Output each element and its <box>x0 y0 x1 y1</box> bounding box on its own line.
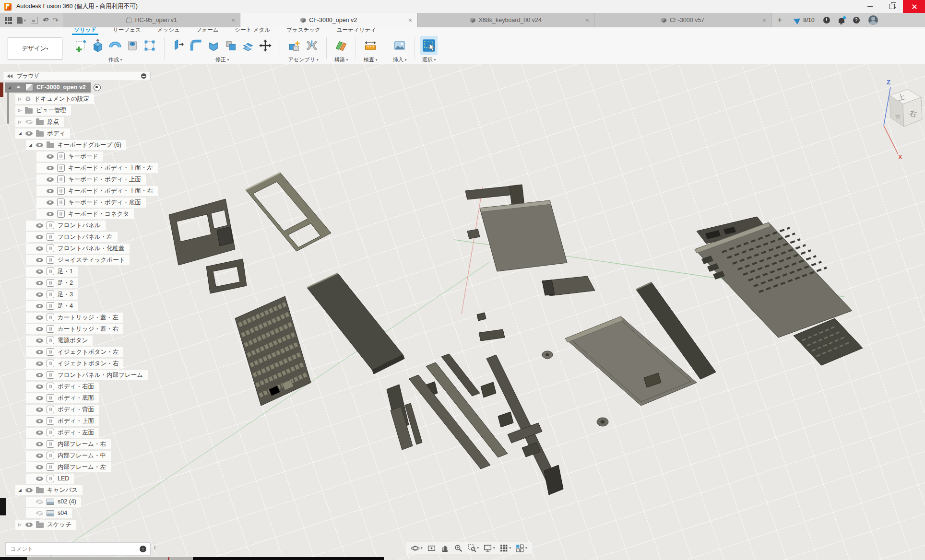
visibility-eye-icon[interactable] <box>36 511 43 515</box>
expand-open-icon[interactable]: ◢ <box>16 131 24 136</box>
hole-button[interactable] <box>124 36 141 55</box>
redo-icon[interactable]: ↷▾ <box>53 16 58 24</box>
inspect-menu[interactable]: 検査▾ <box>364 56 378 63</box>
view-cube[interactable]: Z X 上 右 前 <box>862 73 925 159</box>
visibility-eye-icon[interactable] <box>36 385 43 389</box>
tree-row[interactable]: フロントパネル <box>3 220 151 231</box>
tree-row[interactable]: ボディ・上面 <box>3 415 151 427</box>
revolve-button[interactable] <box>107 36 124 55</box>
new-component-button[interactable] <box>286 36 303 55</box>
ribbon-tab[interactable]: フォーム <box>194 26 221 35</box>
visibility-eye-icon[interactable] <box>47 212 54 216</box>
ribbon-tab[interactable]: ソリッド <box>72 26 98 35</box>
visibility-eye-icon[interactable] <box>36 246 43 251</box>
ribbon-tab[interactable]: メッシュ <box>155 26 182 35</box>
close-tab-icon[interactable]: × <box>231 16 235 24</box>
visibility-eye-icon[interactable] <box>36 454 43 458</box>
visibility-eye-icon[interactable] <box>36 350 43 354</box>
tree-row[interactable]: キーボード <box>3 151 151 162</box>
select-menu[interactable]: 選択▾ <box>422 56 436 63</box>
model-parts[interactable] <box>169 173 863 495</box>
visibility-eye-icon[interactable] <box>36 362 43 366</box>
create-sketch-button[interactable] <box>72 36 89 55</box>
tree-row[interactable]: ◢キーボードグループ (6) <box>3 139 151 151</box>
visibility-eye-icon[interactable] <box>36 396 43 400</box>
tree-row[interactable]: 足・3 <box>3 289 151 300</box>
ribbon-tab[interactable]: ユーティリティ <box>335 26 378 35</box>
tree-row[interactable]: 足・4 <box>3 300 151 312</box>
tree-row[interactable]: ▷⚙ドキュメントの設定 <box>3 93 151 105</box>
close-tab-icon[interactable]: × <box>408 16 412 24</box>
visibility-eye-icon[interactable] <box>36 373 43 377</box>
tree-row[interactable]: ▷原点 <box>3 116 151 128</box>
press-pull-button[interactable] <box>170 36 188 55</box>
visibility-eye-icon[interactable] <box>47 154 54 159</box>
close-button[interactable] <box>903 0 925 13</box>
activate-component-radio[interactable] <box>94 84 101 91</box>
visibility-eye-icon[interactable] <box>36 419 43 423</box>
zoom-button[interactable] <box>454 544 463 553</box>
orbit-button[interactable]: ▾ <box>411 544 423 553</box>
look-at-button[interactable] <box>427 544 436 553</box>
visibility-eye-icon[interactable] <box>36 223 43 228</box>
split-body-button[interactable] <box>239 36 257 55</box>
undo-icon[interactable]: ↶▾ <box>43 16 48 24</box>
restore-button[interactable] <box>881 0 903 13</box>
viewports-button[interactable]: ▾ <box>515 544 527 553</box>
visibility-eye-icon[interactable] <box>15 85 22 90</box>
workspace-selector[interactable]: デザイン ▾ <box>8 37 62 59</box>
visibility-eye-icon[interactable] <box>36 143 43 147</box>
visibility-eye-icon[interactable] <box>47 189 54 193</box>
fit-button[interactable]: ▾ <box>467 544 479 553</box>
select-button[interactable] <box>420 36 438 55</box>
tree-row[interactable]: キーボード・コネクタ <box>3 208 151 220</box>
visibility-eye-icon[interactable] <box>36 327 43 331</box>
tree-row[interactable]: ボディ・底面 <box>3 392 151 404</box>
file-menu-icon[interactable]: ▾ <box>17 17 26 24</box>
visibility-eye-icon[interactable] <box>36 431 43 435</box>
visibility-eye-icon[interactable] <box>36 235 43 239</box>
history-clock-icon[interactable] <box>823 17 830 23</box>
document-tab[interactable]: X68k_keyboard_00 v24× <box>417 13 594 27</box>
expand-open-icon[interactable]: ◢ <box>6 85 13 90</box>
grid-snaps-button[interactable]: ▾ <box>499 544 511 553</box>
joint-button[interactable] <box>303 36 320 55</box>
tree-row[interactable]: 足・2 <box>3 277 151 289</box>
tree-row[interactable]: ◢CF-3000_open v2 <box>3 82 151 93</box>
tree-row[interactable]: イジェクトボタン・左 <box>3 346 151 358</box>
pan-button[interactable] <box>440 544 450 553</box>
expand-closed-icon[interactable]: ▷ <box>16 108 24 113</box>
tree-row[interactable]: ▷スケッチ <box>3 519 151 530</box>
create-menu[interactable]: 作成▾ <box>108 56 122 63</box>
tree-row[interactable]: 内部フレーム・左 <box>3 461 151 473</box>
visibility-eye-icon[interactable] <box>36 304 43 308</box>
tree-row[interactable]: s04 <box>3 507 151 519</box>
insert-image-button[interactable] <box>391 36 408 55</box>
close-tab-icon[interactable]: × <box>585 16 589 24</box>
tree-row[interactable]: イジェクトボタン・右 <box>3 358 151 369</box>
tree-row[interactable]: キーボード・ボディ・底面 <box>3 197 151 208</box>
job-status[interactable]: 8/10 <box>795 17 814 23</box>
ribbon-tab[interactable]: サーフェス <box>111 26 143 35</box>
tree-row[interactable]: s02 (4) <box>3 496 151 507</box>
visibility-eye-icon[interactable] <box>36 281 43 285</box>
visibility-eye-icon[interactable] <box>36 500 43 504</box>
construct-menu[interactable]: 構築▾ <box>334 56 348 63</box>
combine-button[interactable] <box>222 36 239 55</box>
tree-row[interactable]: 電源ボタン <box>3 335 151 346</box>
tree-row[interactable]: キーボード・ボディ・上面・右 <box>3 185 151 197</box>
visibility-eye-icon[interactable] <box>36 408 43 412</box>
collapse-panel-icon[interactable] <box>7 74 12 78</box>
comment-bar[interactable]: コメント ↑ <box>5 542 151 556</box>
ribbon-tab[interactable]: プラスチック <box>285 26 322 35</box>
visibility-eye-icon[interactable] <box>25 120 33 124</box>
tree-row[interactable]: 内部フレーム・右 <box>3 438 151 450</box>
tree-row[interactable]: ジョイスティックポート <box>3 254 151 266</box>
tree-row[interactable]: 内部フレーム・中 <box>3 450 151 461</box>
insert-menu[interactable]: 挿入▾ <box>393 56 407 63</box>
expand-closed-icon[interactable]: ▷ <box>16 96 24 101</box>
save-icon[interactable] <box>31 17 38 24</box>
help-icon[interactable]: ? <box>853 17 860 23</box>
tree-row[interactable]: ◢ボディ <box>3 128 151 139</box>
tree-row[interactable]: カートリッジ・蓋・右 <box>3 323 151 335</box>
